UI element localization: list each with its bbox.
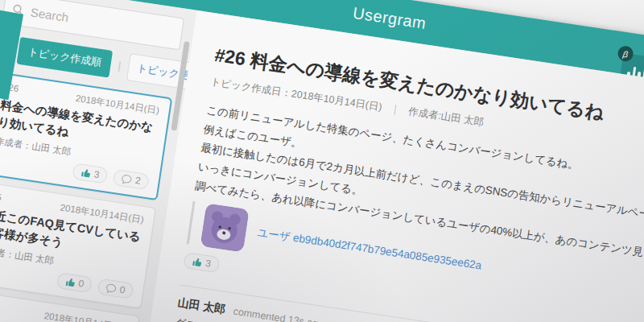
- topic-card-25[interactable]: #25 2018年10月14日(日) 最近このFAQ見てCVしているお客様が多そ…: [0, 181, 156, 309]
- thumbs-up-icon: [80, 167, 92, 179]
- beta-badge: β: [617, 45, 634, 63]
- comment-icon: [121, 173, 133, 185]
- tab-topic-created-order[interactable]: トピック作成順: [16, 37, 113, 78]
- comment-author: 山田 太郎: [176, 295, 226, 317]
- search-placeholder: Search: [30, 5, 70, 24]
- comment-count-chip[interactable]: 2: [113, 169, 150, 190]
- like-count-chip[interactable]: 0: [56, 272, 93, 293]
- app-window: Usergram β Search: [0, 0, 644, 322]
- meta-separator: ｜: [390, 103, 401, 116]
- topic-card-26[interactable]: #26 2018年10月14日(日) 料金への導線を変えたのかなり効いてるね 作…: [0, 71, 172, 200]
- tab-separator: |: [118, 59, 122, 72]
- topic-date: 2018年10月14日(日): [43, 310, 129, 322]
- comment-timestamp: commented 13s ago: [233, 305, 324, 322]
- thumbs-up-icon: [192, 256, 204, 268]
- like-count-chip[interactable]: 3: [72, 163, 109, 184]
- thumbs-up-icon: [64, 276, 76, 288]
- topic-like-chip[interactable]: 3: [183, 252, 220, 273]
- bear-avatar: [200, 203, 249, 252]
- comment-count-chip[interactable]: 0: [97, 279, 134, 299]
- topic-detail-author: 作成者:山田 太郎: [407, 105, 484, 128]
- topic-id: #25: [0, 191, 2, 205]
- stage: Usergram β Search: [0, 0, 644, 322]
- comment-icon: [105, 283, 118, 295]
- app-title: Usergram: [352, 3, 427, 32]
